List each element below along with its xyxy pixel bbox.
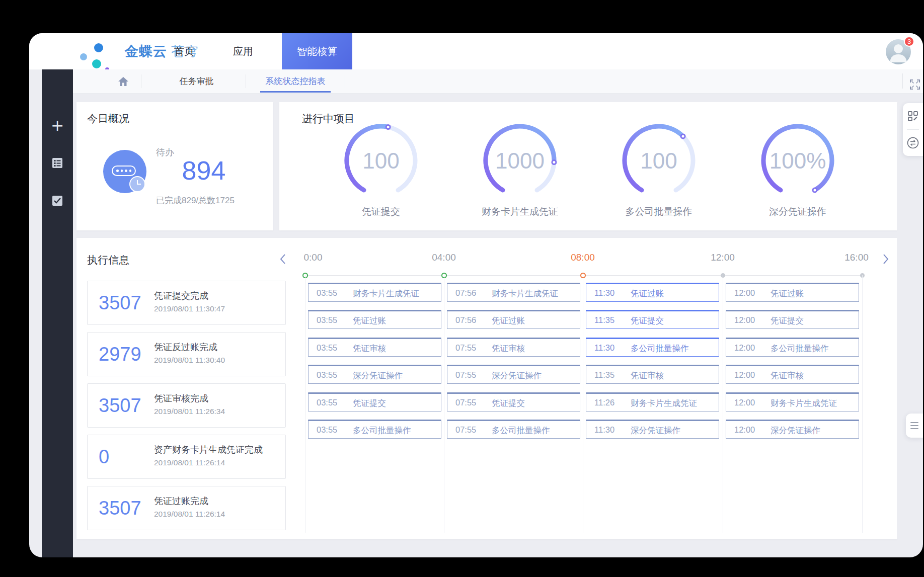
job-time: 07:55 [455, 398, 476, 407]
job-card[interactable]: 07:55 凭证审核 [447, 338, 580, 357]
stat-item[interactable]: 3507 凭证提交完成 2019/08/01 11:30:47 [87, 281, 286, 325]
fullscreen-icon[interactable] [909, 78, 921, 91]
job-card[interactable]: 07:56 财务卡片生成凭证 [447, 283, 580, 302]
job-card[interactable]: 12:00 财务卡片生成凭证 [726, 392, 859, 411]
gauge-value: 100% [757, 148, 838, 174]
stat-timestamp: 2019/08/01 11:26:14 [154, 458, 225, 467]
job-label: 深分凭证操作 [771, 425, 820, 436]
tab-system-status-dashboard[interactable]: 系统状态控指表 [246, 69, 345, 93]
job-card[interactable]: 07:56 凭证过账 [447, 310, 580, 329]
plus-icon[interactable]: ＋ [42, 113, 73, 137]
user-area: 3 [886, 39, 914, 65]
job-card[interactable]: 07:55 多公司批量操作 [447, 420, 580, 439]
job-time: 12:00 [734, 288, 755, 298]
tick-label: 12:00 [692, 252, 753, 263]
job-card[interactable]: 03:55 凭证审核 [308, 338, 441, 357]
todo-pill-icon [112, 166, 136, 176]
stat-timestamp: 2019/08/01 11:26:34 [154, 407, 225, 416]
logo-dot-blue [94, 43, 103, 52]
logo-dot-lightblue [80, 53, 87, 60]
stat-label: 凭证过账完成 [154, 495, 208, 507]
stat-value: 3507 [99, 395, 141, 417]
job-time: 07:55 [455, 425, 476, 435]
job-card[interactable]: 03:55 凭证提交 [308, 392, 441, 411]
menu-float-button[interactable] [906, 414, 923, 438]
job-label: 财务卡片生成凭证 [631, 398, 697, 409]
job-card[interactable]: 03:55 凭证过账 [308, 310, 441, 329]
stat-timestamp: 2019/08/01 11:30:40 [154, 356, 225, 365]
tab-label: 系统状态控指表 [266, 75, 326, 87]
nav-item-apps[interactable]: 应用 [224, 33, 262, 69]
job-label: 凭证审核 [771, 370, 804, 381]
job-label: 凭证过账 [771, 288, 804, 299]
gauge-value: 100 [619, 148, 699, 174]
job-card[interactable]: 12:00 多公司批量操作 [726, 338, 859, 357]
job-label: 多公司批量操作 [771, 343, 829, 354]
tick-label: 04:00 [414, 252, 474, 263]
job-card[interactable]: 11:26 财务卡片生成凭证 [586, 392, 719, 411]
job-card-highlighted[interactable]: 11:30 多公司批量操作 [586, 338, 719, 357]
nav-item-home[interactable]: 首页 [165, 33, 203, 69]
tick-label: 16:00 [826, 252, 887, 263]
layout-edit-icon[interactable] [903, 104, 923, 128]
job-card[interactable]: 12:00 凭证提交 [726, 310, 859, 329]
job-card[interactable]: 07:55 凭证提交 [447, 392, 580, 411]
stat-timestamp: 2019/08/01 11:30:47 [154, 304, 225, 313]
top-header: 金蝶云 苍穹 首页 应用 智能核算 3 [29, 33, 923, 70]
job-time: 12:00 [734, 425, 755, 435]
home-icon[interactable] [117, 75, 129, 88]
job-time: 12:00 [734, 398, 755, 407]
job-card[interactable]: 12:00 凭证过账 [726, 283, 859, 302]
column-separator [862, 275, 863, 533]
nav-item-smart-accounting[interactable]: 智能核算 [282, 33, 352, 69]
stat-item[interactable]: 0 资产财务卡片生成凭证完成 2019/08/01 11:26:14 [87, 435, 286, 479]
stat-label: 凭证提交完成 [154, 290, 208, 302]
stat-label: 凭证审核完成 [154, 392, 208, 404]
gauge-voucher-submit: 100 [341, 120, 421, 206]
job-card[interactable]: 03:55 多公司批量操作 [308, 420, 441, 439]
card-title: 今日概况 [87, 112, 129, 126]
list-icon[interactable] [42, 151, 73, 175]
job-time: 03:55 [317, 370, 337, 380]
swap-icon[interactable] [903, 131, 923, 155]
right-tool-panel [903, 103, 923, 156]
job-label: 深分凭证操作 [631, 425, 680, 436]
stat-item[interactable]: 2979 凭证反过账完成 2019/08/01 11:30:40 [87, 332, 286, 376]
brand-logo-icon [52, 41, 117, 64]
logo-dot-teal [92, 59, 101, 68]
job-card[interactable]: 03:55 深分凭证操作 [308, 365, 441, 384]
gauge-value: 1000 [480, 148, 560, 174]
in-progress-projects-card: 进行中项目 100 凭证提交 1000 财务卡片生成凭证 100 多公司批量操作… [279, 102, 897, 230]
today-overview-card: 今日概况 待办 894 已完成829/总数1725 [76, 102, 273, 230]
job-card[interactable]: 07:55 深分凭证操作 [447, 365, 580, 384]
job-time: 07:55 [455, 343, 476, 353]
card-title: 执行信息 [87, 253, 129, 267]
stat-value: 2979 [99, 344, 141, 365]
job-time: 03:55 [317, 398, 337, 407]
gauge-label: 财务卡片生成凭证 [444, 205, 595, 218]
tick-label-current: 08:00 [553, 252, 613, 263]
gauge-label: 凭证提交 [305, 205, 456, 218]
tab-task-approval[interactable]: 任务审批 [147, 69, 246, 93]
todo-count: 894 [156, 155, 252, 186]
stat-item[interactable]: 3507 凭证过账完成 2019/08/01 11:26:14 [87, 486, 286, 530]
job-card[interactable]: 03:55 财务卡片生成凭证 [308, 283, 441, 302]
brand-text: 金蝶云 [125, 42, 167, 60]
job-label: 凭证过账 [353, 315, 386, 326]
job-label: 深分凭证操作 [353, 370, 403, 381]
tab-divider [141, 74, 141, 88]
job-card-highlighted[interactable]: 11:30 凭证过账 [586, 283, 719, 302]
job-card[interactable]: 11:35 凭证审核 [586, 365, 719, 384]
notification-badge[interactable]: 3 [904, 36, 914, 47]
job-label: 凭证审核 [492, 343, 525, 354]
job-card[interactable]: 12:00 深分凭证操作 [726, 420, 859, 439]
job-label: 财务卡片生成凭证 [353, 288, 419, 299]
job-card[interactable]: 12:00 凭证审核 [726, 365, 859, 384]
stat-item[interactable]: 3507 凭证审核完成 2019/08/01 11:26:34 [87, 383, 286, 428]
tab-bar: 任务审批 系统状态控指表 [73, 69, 923, 94]
job-card[interactable]: 11:30 深分凭证操作 [586, 420, 719, 439]
job-card-highlighted[interactable]: 11:35 凭证提交 [586, 310, 719, 329]
job-time: 03:55 [317, 288, 337, 298]
tasks-icon[interactable] [42, 189, 73, 213]
stat-value: 3507 [99, 498, 141, 519]
